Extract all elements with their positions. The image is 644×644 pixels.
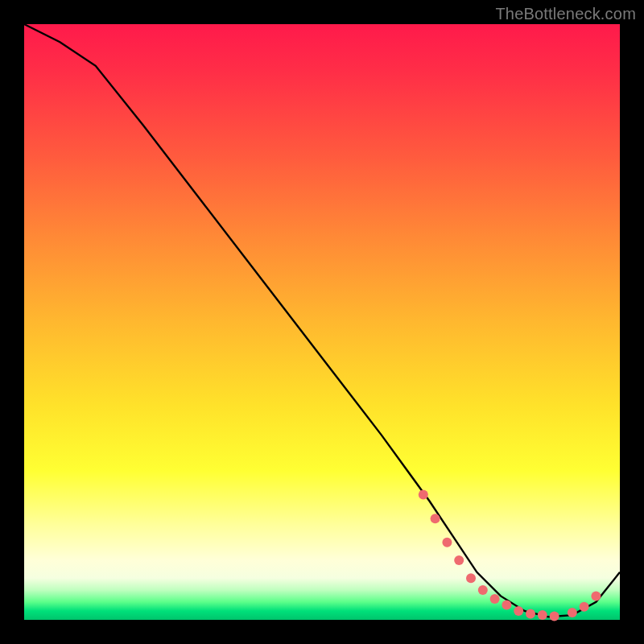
curve-marker bbox=[442, 538, 452, 547]
curve-marker bbox=[526, 609, 535, 619]
curve-marker bbox=[580, 602, 589, 612]
curve-marker bbox=[502, 601, 511, 610]
watermark-text: TheBottleneck.com bbox=[495, 5, 636, 23]
curve-marker bbox=[568, 608, 577, 617]
curve-svg bbox=[24, 24, 620, 620]
marker-group bbox=[419, 490, 601, 621]
curve-marker bbox=[431, 514, 440, 523]
curve-marker bbox=[490, 594, 500, 604]
curve-marker bbox=[550, 612, 559, 621]
curve-marker bbox=[478, 585, 488, 595]
curve-marker bbox=[538, 610, 547, 620]
curve-marker bbox=[591, 591, 601, 601]
bottleneck-curve bbox=[24, 24, 620, 617]
curve-marker bbox=[514, 606, 523, 616]
curve-marker bbox=[466, 573, 476, 583]
chart-frame: TheBottleneck.com bbox=[0, 0, 644, 644]
curve-marker bbox=[419, 490, 428, 500]
curve-marker bbox=[454, 555, 464, 565]
plot-area bbox=[24, 24, 620, 620]
